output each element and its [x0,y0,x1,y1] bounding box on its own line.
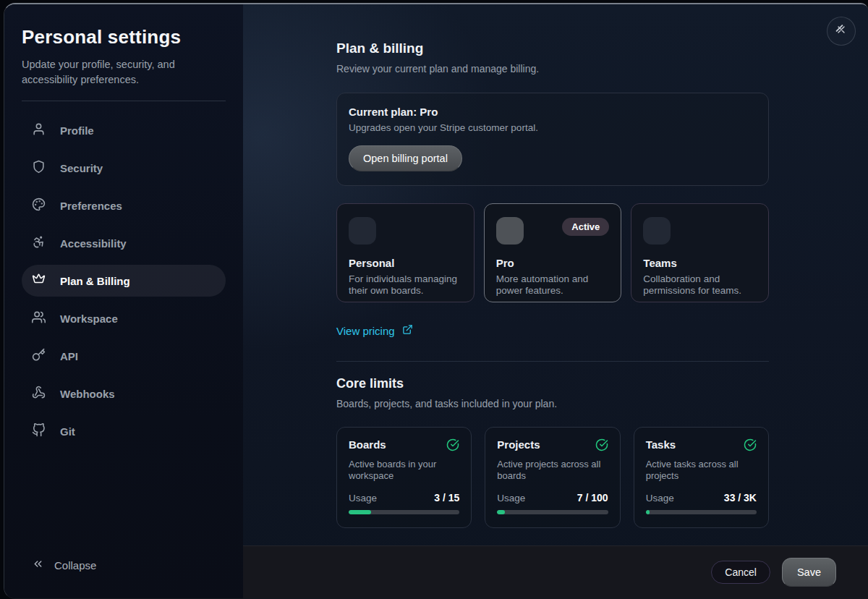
sidebar-item-accessibility[interactable]: Accessibility [22,227,226,259]
sidebar-item-workspace[interactable]: Workspace [22,302,226,334]
sidebar-item-security[interactable]: Security [22,152,226,184]
usage-label: Usage [349,493,377,504]
limit-card-boards: Boards Active boards in your workspace U… [336,427,472,529]
section-divider [336,361,769,362]
sidebar-item-label: Profile [60,124,94,137]
usage-progress-track [497,510,608,514]
sidebar-item-label: Preferences [60,200,122,212]
view-pricing-link[interactable]: View pricing [336,324,413,337]
sidebar-item-label: Git [60,425,75,438]
shield-icon [32,160,46,176]
open-billing-portal-button[interactable]: Open billing portal [349,145,462,171]
collapse-sidebar-button[interactable]: Collapse [32,558,96,572]
sidebar-nav: Profile Security Preferences Accessibili… [22,114,226,447]
core-limits-grid: Boards Active boards in your workspace U… [336,427,769,529]
plan-billing-panel: Plan & billing Review your current plan … [243,4,868,598]
check-circle-icon [595,438,608,454]
usage-value: 33 / 3K [724,492,757,504]
current-plan-card: Current plan: Pro Upgrades open your Str… [336,93,769,186]
sidebar-item-profile[interactable]: Profile [22,114,226,146]
sidebar-item-preferences[interactable]: Preferences [22,190,226,221]
plan-billing-content: Plan & billing Review your current plan … [243,4,868,598]
chevrons-left-icon [32,558,44,572]
sidebar-item-label: Plan & Billing [60,275,130,287]
plan-card-teams[interactable]: Teams Collaboration and permissions for … [631,203,769,302]
limit-card-tasks: Tasks Active tasks across all projects U… [634,427,769,529]
collapse-label: Collapse [54,559,96,572]
plan-grid: Personal For individuals managing their … [336,203,769,302]
sidebar-subtitle: Update your profile, security, and acces… [22,57,226,88]
limit-card-title: Boards [349,438,386,451]
view-pricing-label: View pricing [336,325,395,337]
active-plan-badge: Active [562,218,609,236]
settings-dialog: Personal settings Update your profile, s… [4,3,868,599]
user-icon [32,122,46,138]
sidebar-title: Personal settings [22,26,226,48]
limit-card-title: Tasks [646,438,676,451]
sidebar-item-git[interactable]: Git [22,415,226,447]
usage-label: Usage [646,493,674,504]
check-circle-icon [744,438,757,454]
sidebar-item-plan-billing[interactable]: Plan & Billing [22,265,226,297]
usage-progress-fill [646,510,650,514]
sidebar-item-label: API [60,350,78,362]
usage-progress-fill [349,510,371,514]
webhook-icon [32,386,46,402]
settings-sidebar: Personal settings Update your profile, s… [4,4,243,598]
key-icon [32,348,46,364]
plan-card-personal[interactable]: Personal For individuals managing their … [336,203,475,302]
plan-name: Teams [643,257,757,269]
plan-icon-placeholder [496,217,524,245]
core-limits-title: Core limits [336,376,769,391]
current-plan-title: Current plan: Pro [349,106,757,118]
limit-card-description: Active projects across all boards [497,459,608,483]
usage-value: 7 / 100 [577,492,608,504]
core-limits-subtitle: Boards, projects, and tasks included in … [336,398,769,409]
sidebar-item-label: Security [60,162,103,174]
action-footer: Cancel Save [243,545,868,598]
accessibility-icon [32,235,46,251]
limit-card-description: Active tasks across all projects [646,459,757,483]
usage-label: Usage [497,493,525,504]
usage-progress-track [349,510,459,514]
usage-progress-fill [497,510,505,514]
plan-icon-placeholder [643,217,671,245]
github-icon [32,423,46,439]
plan-name: Pro [496,257,610,269]
plan-card-pro[interactable]: Active Pro More automation and power fea… [484,203,622,302]
sidebar-item-label: Workspace [60,313,118,325]
palette-icon [32,197,46,213]
check-circle-icon [446,438,459,454]
save-button[interactable]: Save [782,558,836,587]
cancel-button[interactable]: Cancel [711,561,770,584]
current-plan-subtitle: Upgrades open your Stripe customer porta… [349,122,757,133]
sidebar-item-webhooks[interactable]: Webhooks [22,378,226,409]
sidebar-divider [22,101,226,101]
limit-card-projects: Projects Active projects across all boar… [485,427,620,529]
external-link-icon [402,324,413,337]
plan-description: For individuals managing their own board… [349,273,462,297]
plan-name: Personal [349,257,462,269]
usage-progress-track [646,510,757,514]
sidebar-item-label: Accessibility [60,237,127,250]
limit-card-description: Active boards in your workspace [349,459,459,483]
limit-card-title: Projects [497,438,540,451]
usage-value: 3 / 15 [434,492,459,504]
plan-description: More automation and power features. [496,273,610,297]
page-subtitle: Review your current plan and manage bill… [336,63,769,75]
users-icon [32,310,46,326]
sidebar-item-label: Webhooks [60,388,115,400]
crown-icon [32,273,46,289]
page-title: Plan & billing [336,41,769,56]
plan-icon-placeholder [349,217,376,245]
plan-description: Collaboration and permissions for teams. [643,273,757,297]
sidebar-item-api[interactable]: API [22,340,226,372]
